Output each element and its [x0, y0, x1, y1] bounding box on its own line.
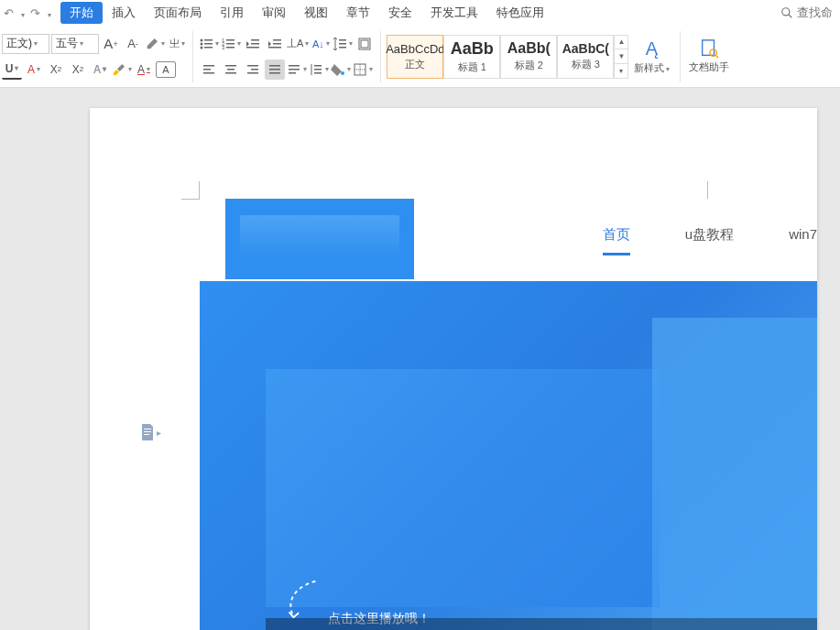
grow-font-button[interactable]: A+	[101, 34, 121, 54]
font-family-select[interactable]: 正文)	[2, 34, 49, 54]
svg-rect-13	[226, 47, 235, 49]
list-number-icon: 123	[221, 37, 235, 51]
pilcrow-icon	[357, 37, 372, 51]
svg-rect-14	[251, 39, 259, 41]
search-placeholder: 查找命	[797, 5, 833, 21]
font-size-select[interactable]: 五号	[51, 34, 99, 54]
svg-rect-42	[314, 72, 322, 74]
svg-rect-24	[361, 40, 368, 48]
subscript-button[interactable]: X2	[68, 60, 88, 80]
svg-rect-7	[204, 47, 213, 49]
align-left-button[interactable]	[199, 60, 219, 80]
spacing-icon	[333, 37, 347, 51]
margin-marker-tl	[181, 181, 200, 200]
phonetic-guide-button[interactable]: 㞢	[167, 34, 187, 54]
indent-icon	[267, 37, 282, 51]
svg-rect-30	[225, 72, 236, 74]
align-center-button[interactable]	[221, 60, 241, 80]
clear-format-button[interactable]	[145, 34, 165, 54]
site-logo[interactable]	[225, 199, 414, 279]
new-style-button[interactable]: Ą 新样式	[628, 31, 674, 82]
superscript-button[interactable]: X2	[46, 60, 66, 80]
svg-rect-18	[273, 43, 281, 45]
doc-assistant-label: 文档助手	[689, 60, 729, 74]
tab-review[interactable]: 审阅	[253, 2, 295, 24]
style-label: 标题 2	[515, 59, 543, 72]
tab-security[interactable]: 安全	[379, 2, 421, 24]
svg-rect-15	[251, 43, 259, 45]
shading-button[interactable]	[331, 60, 351, 80]
align-right-icon	[245, 62, 260, 77]
video-controls: 0:00	[266, 618, 817, 630]
font-color-a-button[interactable]: A	[24, 60, 44, 80]
svg-rect-20	[339, 39, 346, 41]
show-marks-button[interactable]	[355, 34, 375, 54]
char-border-button[interactable]: A	[156, 61, 176, 78]
highlight-button[interactable]	[112, 60, 132, 80]
line-spacing-top-button[interactable]	[333, 34, 353, 54]
page-icon	[140, 424, 155, 440]
nav-usb-tutorial[interactable]: u盘教程	[685, 226, 734, 255]
list-bullet-icon	[199, 37, 213, 51]
line-spacing-button[interactable]	[309, 60, 329, 80]
style-label: 标题 3	[572, 58, 600, 71]
eraser-icon	[145, 37, 159, 51]
svg-rect-38	[289, 69, 300, 71]
svg-rect-11	[226, 43, 235, 45]
document-page[interactable]: ▸ 首页 u盘教程 win7 点击这里播放哦！	[90, 108, 817, 630]
svg-rect-33	[247, 72, 258, 74]
outdent-icon	[245, 37, 260, 51]
doc-assistant-button[interactable]: 文档助手	[686, 31, 732, 82]
doc-assistant-icon	[699, 38, 719, 59]
search-box[interactable]: 查找命	[780, 5, 836, 21]
shrink-font-button[interactable]: A-	[123, 34, 143, 54]
align-justify-button[interactable]	[265, 60, 285, 80]
text-effects-button[interactable]: A	[90, 60, 110, 80]
undo-icon[interactable]: ↶	[4, 6, 14, 20]
style-heading1[interactable]: AaBb 标题 1	[443, 35, 500, 79]
style-heading3[interactable]: AaBbC( 标题 3	[557, 35, 614, 79]
nav-home[interactable]: 首页	[603, 226, 630, 255]
svg-text:3: 3	[222, 45, 225, 50]
svg-rect-3	[204, 39, 213, 41]
decrease-indent-button[interactable]	[243, 34, 263, 54]
svg-rect-37	[289, 65, 300, 67]
tab-developer[interactable]: 开发工具	[421, 2, 487, 24]
svg-rect-26	[203, 69, 211, 71]
style-preview: AaBb(	[507, 40, 551, 57]
style-label: 标题 1	[458, 60, 486, 74]
svg-rect-28	[225, 65, 236, 67]
style-heading2[interactable]: AaBb( 标题 2	[500, 35, 557, 79]
tab-view[interactable]: 视图	[295, 2, 337, 24]
tab-start[interactable]: 开始	[60, 2, 103, 24]
tab-special[interactable]: 特色应用	[487, 2, 553, 24]
tab-page-layout[interactable]: 页面布局	[145, 2, 211, 24]
outline-panel-toggle[interactable]: ▸	[140, 424, 161, 440]
qat-dropdown[interactable]	[46, 6, 51, 20]
redo-icon[interactable]: ↷	[30, 6, 40, 20]
tab-references[interactable]: 引用	[211, 2, 253, 24]
svg-point-4	[201, 42, 203, 45]
nav-win7[interactable]: win7	[789, 226, 817, 255]
increase-indent-button[interactable]	[265, 34, 285, 54]
bullet-list-button[interactable]	[199, 34, 219, 54]
distribute-button[interactable]	[287, 60, 307, 80]
numbered-list-button[interactable]: 123	[221, 34, 241, 54]
style-normal[interactable]: AaBbCcDd 正文	[387, 35, 443, 79]
text-direction-button[interactable]: 丄A	[287, 34, 309, 54]
style-scroll-up[interactable]: ▲	[615, 36, 627, 50]
align-right-button[interactable]	[243, 60, 263, 80]
svg-rect-35	[269, 69, 280, 71]
sort-button[interactable]: A↓	[311, 34, 331, 54]
svg-rect-16	[246, 47, 259, 49]
svg-point-2	[201, 38, 203, 41]
style-scroll-down[interactable]: ▼	[615, 49, 627, 64]
undo-dropdown[interactable]	[19, 6, 25, 20]
svg-rect-25	[203, 65, 214, 67]
tab-insert[interactable]: 插入	[103, 2, 145, 24]
underline-button[interactable]: U	[2, 60, 22, 80]
style-gallery-expand[interactable]: ▾	[615, 64, 627, 78]
borders-button[interactable]	[353, 60, 373, 80]
tab-sections[interactable]: 章节	[337, 2, 379, 24]
font-color-button[interactable]: A	[134, 60, 154, 80]
